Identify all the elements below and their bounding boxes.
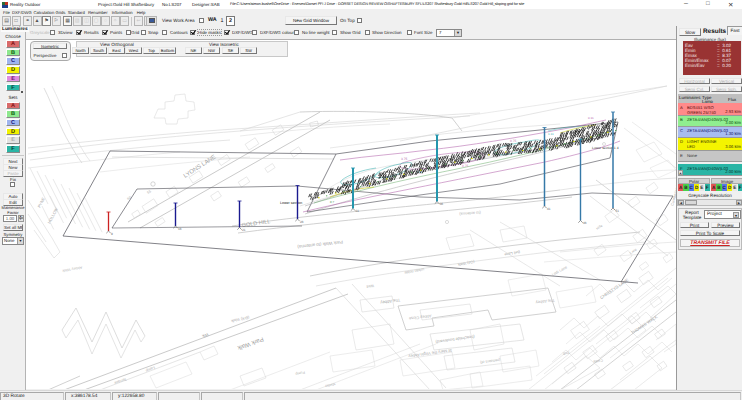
svg-text:3.75: 3.75 bbox=[401, 157, 407, 161]
svg-text:0.11: 0.11 bbox=[588, 116, 594, 120]
svg-text:0.75: 0.75 bbox=[510, 139, 516, 143]
svg-text:31: 31 bbox=[356, 209, 360, 213]
svg-text:Drift: Drift bbox=[563, 351, 570, 356]
svg-text:Park Walk: Park Walk bbox=[236, 335, 265, 351]
svg-text:Well: Well bbox=[366, 284, 374, 289]
svg-text:(Brk) Walk: (Brk) Walk bbox=[231, 315, 250, 324]
svg-text:(beachside boulevard): (beachside boulevard) bbox=[435, 334, 476, 345]
svg-text:The Abbey: The Abbey bbox=[535, 298, 555, 305]
svg-text:55: 55 bbox=[146, 189, 151, 195]
svg-text:41: 41 bbox=[547, 207, 551, 211]
svg-text:36: 36 bbox=[440, 202, 444, 206]
svg-text:HOLLOW: HOLLOW bbox=[46, 207, 59, 225]
svg-text:Lower section 1 4: Lower section 1 4 bbox=[592, 146, 619, 150]
svg-text:Cattle: Cattle bbox=[593, 358, 603, 363]
svg-text:51: 51 bbox=[616, 209, 620, 213]
svg-text:PYNE: PYNE bbox=[36, 196, 46, 208]
svg-text:8.7: 8.7 bbox=[330, 200, 335, 204]
svg-text:(Gd) Walk: (Gd) Walk bbox=[457, 259, 475, 266]
svg-text:Lower section: Lower section bbox=[280, 201, 302, 205]
svg-text:The Abbey: The Abbey bbox=[379, 298, 400, 306]
svg-text:16: 16 bbox=[178, 227, 182, 231]
svg-text:46: 46 bbox=[583, 221, 587, 225]
svg-text:(remains of): (remains of) bbox=[479, 358, 500, 365]
svg-text:Pump: Pump bbox=[295, 370, 305, 376]
svg-text:Park Walk (to antenna): Park Walk (to antenna) bbox=[297, 240, 344, 250]
svg-text:Lane: Lane bbox=[629, 247, 638, 255]
svg-text:Lamp: Lamp bbox=[145, 365, 155, 372]
svg-text:Abbey Walk: Abbey Walk bbox=[62, 265, 83, 272]
svg-text:0.75: 0.75 bbox=[462, 164, 468, 168]
svg-text:(to antenna): (to antenna) bbox=[459, 210, 482, 217]
svg-text:26: 26 bbox=[300, 220, 304, 224]
svg-text:shelter: shelter bbox=[324, 382, 336, 388]
svg-text:21: 21 bbox=[242, 228, 246, 232]
svg-text:9: 9 bbox=[111, 232, 113, 236]
svg-text:Bell Lane: Bell Lane bbox=[504, 250, 520, 257]
svg-text:1.11: 1.11 bbox=[548, 132, 554, 136]
svg-text:Hille: Hille bbox=[595, 224, 603, 231]
svg-text:St Mary the Virgin Abbey: St Mary the Virgin Abbey bbox=[408, 348, 452, 359]
svg-text:GOLD HILL: GOLD HILL bbox=[241, 219, 270, 229]
svg-text:urban noble: urban noble bbox=[404, 267, 424, 274]
svg-text:THOMAS WALK: THOMAS WALK bbox=[630, 314, 658, 335]
svg-text:Abbey Close: Abbey Close bbox=[408, 314, 432, 322]
svg-text:Lodi Lane: Lodi Lane bbox=[551, 265, 568, 276]
